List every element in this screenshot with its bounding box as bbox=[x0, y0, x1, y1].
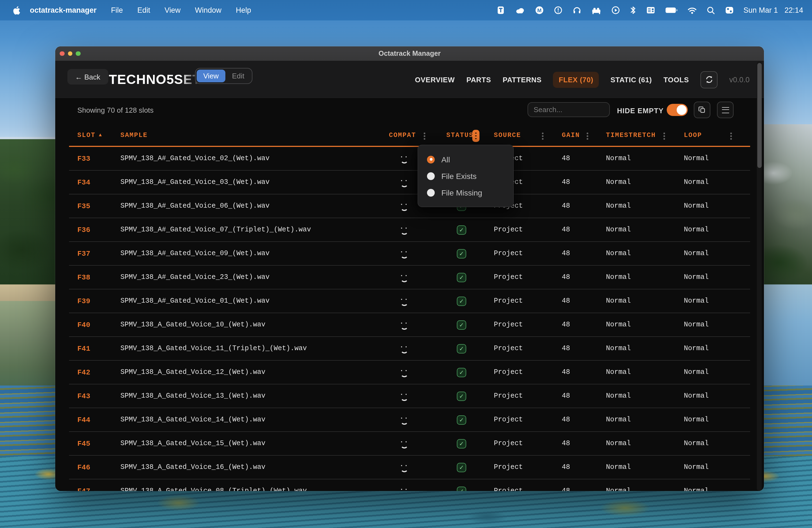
table-row[interactable]: F44 SPMV_138_A_Gated_Voice_14_(Wet).wav … bbox=[69, 408, 750, 432]
control-center-icon[interactable] bbox=[725, 5, 734, 16]
source-cell: Project bbox=[494, 218, 523, 241]
table-row[interactable]: F45 SPMV_138_A_Gated_Voice_15_(Wet).wav … bbox=[69, 432, 750, 456]
filter-icon-status-active[interactable] bbox=[472, 130, 479, 142]
status-cell: ✓ bbox=[457, 289, 466, 312]
window-titlebar[interactable]: Octatrack Manager bbox=[55, 46, 764, 61]
slot-cell: F33 bbox=[77, 147, 90, 170]
duplicate-view-button[interactable] bbox=[694, 102, 710, 118]
view-mode-button[interactable]: View bbox=[197, 70, 226, 82]
sample-slots-table: SLOT▲ SAMPLE COMPAT STATUS SOURCE GAIN T… bbox=[69, 127, 750, 491]
filter-icon-compat[interactable] bbox=[424, 133, 425, 134]
tab-patterns[interactable]: PATTERNS bbox=[503, 75, 541, 84]
t-app-icon[interactable] bbox=[496, 5, 505, 16]
menu-app-name[interactable]: octatrack-manager bbox=[30, 6, 97, 14]
table-row[interactable]: F46 SPMV_138_A_Gated_Voice_16_(Wet).wav … bbox=[69, 456, 750, 480]
compat-cell bbox=[400, 313, 408, 336]
tab-static-61[interactable]: STATIC (61) bbox=[610, 75, 652, 84]
tab-tools[interactable]: TOOLS bbox=[663, 75, 689, 84]
source-cell: Project bbox=[494, 313, 523, 336]
close-window-button[interactable] bbox=[60, 52, 64, 56]
slot-cell: F38 bbox=[77, 266, 90, 289]
back-button[interactable]: ← Back bbox=[68, 69, 108, 85]
table-row[interactable]: F47 SPMV_138_A_Gated_Voice_08_(Triplet)_… bbox=[69, 480, 750, 491]
table-row[interactable]: F36 SPMV_138_A#_Gated_Voice_07_(Triplet)… bbox=[69, 218, 750, 242]
compat-cell bbox=[400, 218, 408, 241]
minimize-window-button[interactable] bbox=[68, 52, 72, 56]
column-header-gain[interactable]: GAIN bbox=[562, 131, 580, 139]
radio-unselected-icon[interactable] bbox=[427, 172, 435, 180]
table-row[interactable]: F43 SPMV_138_A_Gated_Voice_13_(Wet).wav … bbox=[69, 384, 750, 408]
compat-cell bbox=[400, 194, 408, 218]
loop-cell: Normal bbox=[684, 218, 709, 241]
status-filter-option-file-missing[interactable]: File Missing bbox=[418, 184, 513, 201]
tab-parts[interactable]: PARTS bbox=[466, 75, 491, 84]
list-options-button[interactable] bbox=[717, 102, 734, 118]
table-row[interactable]: F40 SPMV_138_A_Gated_Voice_10_(Wet).wav … bbox=[69, 313, 750, 337]
table-row[interactable]: F38 SPMV_138_A#_Gated_Voice_23_(Wet).wav… bbox=[69, 266, 750, 289]
refresh-button[interactable] bbox=[700, 71, 717, 88]
column-header-source[interactable]: SOURCE bbox=[494, 131, 521, 139]
compat-smiley-icon bbox=[400, 178, 408, 187]
table-row[interactable]: F33 SPMV_138_A#_Gated_Voice_02_(Wet).wav… bbox=[69, 147, 750, 171]
timestretch-cell: Normal bbox=[606, 266, 631, 289]
menu-item-edit[interactable]: Edit bbox=[137, 6, 150, 14]
slot-cell: F42 bbox=[77, 361, 90, 384]
column-header-sample[interactable]: SAMPLE bbox=[120, 131, 147, 139]
sample-name-cell: SPMV_138_A#_Gated_Voice_01_(Wet).wav bbox=[120, 289, 270, 312]
column-header-slot[interactable]: SLOT▲ bbox=[77, 131, 102, 139]
time-machine-icon[interactable] bbox=[553, 5, 563, 16]
play-circle-icon[interactable] bbox=[611, 5, 620, 16]
filter-icon-gain[interactable] bbox=[586, 133, 588, 134]
source-cell: Project bbox=[494, 266, 523, 289]
table-row[interactable]: F34 SPMV_138_A#_Gated_Voice_03_(Wet).wav… bbox=[69, 171, 750, 194]
column-header-compat[interactable]: COMPAT bbox=[389, 131, 416, 139]
table-row[interactable]: F37 SPMV_138_A#_Gated_Voice_09_(Wet).wav… bbox=[69, 242, 750, 266]
apple-icon[interactable] bbox=[10, 5, 22, 15]
table-row[interactable]: F35 SPMV_138_A#_Gated_Voice_06_(Wet).wav… bbox=[69, 194, 750, 218]
input-menu-icon[interactable] bbox=[646, 5, 656, 16]
status-cell: ✓ bbox=[457, 456, 466, 479]
sample-name-cell: SPMV_138_A#_Gated_Voice_07_(Triplet)_(We… bbox=[120, 218, 311, 241]
cloud-icon[interactable] bbox=[515, 5, 525, 16]
compat-smiley-icon bbox=[400, 273, 408, 282]
battery-icon[interactable] bbox=[665, 5, 678, 16]
headphones-icon[interactable] bbox=[572, 5, 582, 16]
m-app-icon[interactable]: M bbox=[535, 5, 544, 16]
table-row[interactable]: F41 SPMV_138_A_Gated_Voice_11_(Triplet)_… bbox=[69, 337, 750, 361]
column-header-timestretch[interactable]: TIMESTRETCH bbox=[606, 131, 656, 139]
compat-cell bbox=[400, 384, 408, 408]
column-header-loop[interactable]: LOOP bbox=[684, 131, 702, 139]
edit-mode-button[interactable]: Edit bbox=[226, 70, 251, 82]
filter-icon-timestretch[interactable] bbox=[663, 133, 665, 134]
filter-icon-loop[interactable] bbox=[730, 133, 732, 134]
sample-name-cell: SPMV_138_A#_Gated_Voice_23_(Wet).wav bbox=[120, 266, 270, 289]
table-row[interactable]: F39 SPMV_138_A#_Gated_Voice_01_(Wet).wav… bbox=[69, 289, 750, 313]
hide-empty-toggle[interactable] bbox=[667, 104, 688, 116]
menu-clock[interactable]: Sun Mar 1 22:14 bbox=[743, 6, 803, 14]
status-filter-option-all[interactable]: All bbox=[418, 151, 513, 167]
wifi-icon[interactable] bbox=[687, 5, 697, 16]
spotlight-search-icon[interactable] bbox=[707, 5, 715, 16]
zoom-window-button[interactable] bbox=[76, 52, 81, 56]
filter-icon-source[interactable] bbox=[542, 133, 543, 134]
compat-smiley-icon bbox=[400, 225, 408, 234]
menu-item-window[interactable]: Window bbox=[195, 6, 221, 14]
search-input[interactable] bbox=[527, 102, 610, 117]
radio-unselected-icon[interactable] bbox=[427, 189, 435, 196]
radio-selected-icon[interactable] bbox=[427, 156, 435, 163]
table-row[interactable]: F42 SPMV_138_A_Gated_Voice_12_(Wet).wav … bbox=[69, 361, 750, 384]
menu-item-file[interactable]: File bbox=[111, 6, 123, 14]
menu-item-help[interactable]: Help bbox=[236, 6, 251, 14]
menu-item-view[interactable]: View bbox=[164, 6, 180, 14]
tab-overview[interactable]: OVERVIEW bbox=[415, 75, 454, 84]
column-header-status[interactable]: STATUS bbox=[446, 131, 474, 139]
status-filter-option-file-exists[interactable]: File Exists bbox=[418, 167, 513, 184]
timestretch-cell: Normal bbox=[606, 289, 631, 312]
compat-cell bbox=[400, 456, 408, 479]
loop-cell: Normal bbox=[684, 361, 709, 384]
scrollbar-thumb[interactable] bbox=[757, 63, 762, 168]
tab-flex-70[interactable]: FLEX (70) bbox=[553, 72, 599, 88]
bluetooth-icon[interactable] bbox=[630, 5, 636, 16]
bed-icon[interactable] bbox=[591, 5, 601, 16]
sample-name-cell: SPMV_138_A_Gated_Voice_11_(Triplet)_(Wet… bbox=[120, 337, 307, 360]
